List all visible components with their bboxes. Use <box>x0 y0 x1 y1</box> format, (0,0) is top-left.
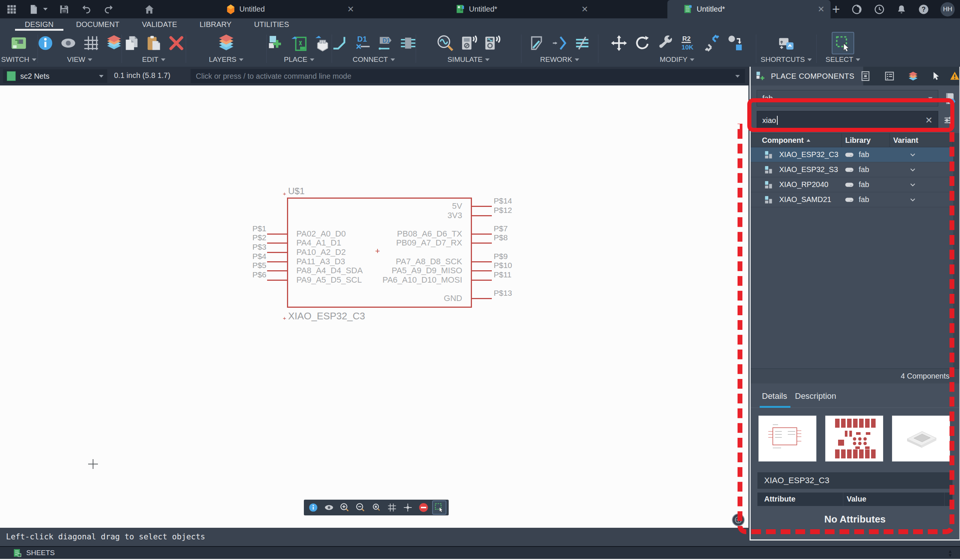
pin-wire[interactable] <box>472 261 492 262</box>
net-button[interactable] <box>332 35 349 51</box>
close-tab-icon[interactable]: ✕ <box>347 5 354 14</box>
rework-route-button[interactable] <box>552 35 568 51</box>
pin-wire[interactable] <box>472 243 492 244</box>
zoom-in-button[interactable] <box>338 501 351 514</box>
net-class-dropdown[interactable]: sc2 Nets <box>3 69 107 83</box>
menu-tab-library[interactable]: LIBRARY <box>188 18 243 31</box>
variant-dropdown-icon[interactable] <box>908 151 917 159</box>
notifications-bell-icon[interactable] <box>896 4 907 15</box>
variant-dropdown-icon[interactable] <box>908 196 917 204</box>
place-component-button[interactable] <box>267 35 285 52</box>
multimeter-button[interactable] <box>460 35 477 52</box>
shortcuts-button[interactable] <box>777 35 795 52</box>
tab-place-components[interactable]: PLACE COMPONENTS <box>751 67 863 85</box>
command-history-caret-icon[interactable] <box>735 75 740 78</box>
zoom-out-button[interactable] <box>354 501 367 514</box>
group-label-layers[interactable]: LAYERS <box>186 56 266 67</box>
component-row[interactable]: XIAO_ESP32_S3fab <box>751 162 959 177</box>
thumbnail-schematic-symbol[interactable] <box>758 415 817 462</box>
warning-icon[interactable] <box>950 71 960 81</box>
help-icon[interactable]: ? <box>918 4 929 15</box>
replace-button[interactable] <box>726 35 744 52</box>
net-label-button[interactable]: D1 <box>377 35 394 51</box>
menu-tab-validate[interactable]: VALIDATE <box>131 18 188 31</box>
thumbnail-3d-model[interactable] <box>892 415 950 462</box>
group-label-connect[interactable]: CONNECT <box>332 56 416 67</box>
document-tab-2[interactable]: Untitled* ✕ <box>440 0 594 18</box>
group-label-view[interactable]: VIEW <box>38 56 122 67</box>
select-window-button[interactable] <box>433 501 446 514</box>
menu-tab-design[interactable]: DESIGN <box>13 18 65 31</box>
menu-tab-document[interactable]: DOCUMENT <box>65 18 131 31</box>
pin-wire[interactable] <box>472 280 492 281</box>
grid-settings-button[interactable] <box>83 35 99 51</box>
app-grid-icon[interactable] <box>6 4 17 15</box>
redo-button[interactable] <box>103 4 114 14</box>
pin-wire[interactable] <box>472 215 492 216</box>
stop-command-button[interactable] <box>417 501 430 514</box>
column-library[interactable]: Library <box>845 136 871 145</box>
schematic-canvas[interactable]: U$1 + + P$1PA02_A0_D0P$2PA4_A1_D1P$3PA10… <box>0 85 749 528</box>
snap-crosshair-button[interactable] <box>402 501 414 514</box>
variant-dropdown-icon[interactable] <box>908 181 917 189</box>
component-search-input[interactable]: xiao ✕ <box>757 111 938 130</box>
component-row[interactable]: XIAO_SAMD21fab <box>751 192 959 207</box>
user-avatar[interactable]: HH <box>941 2 955 16</box>
copy-button[interactable] <box>123 35 139 51</box>
new-tab-plus-button[interactable]: + <box>832 4 840 15</box>
group-label-rework[interactable]: REWORK <box>522 56 598 67</box>
component-row[interactable]: XIAO_ESP32_C3fab <box>751 147 959 162</box>
navigation-compass[interactable] <box>732 514 745 526</box>
refdes-label[interactable]: U$1 <box>288 186 305 196</box>
rework-outline-button[interactable] <box>529 35 546 51</box>
library-filter-dropdown[interactable]: fab <box>757 90 938 107</box>
component-table-header[interactable]: Component Library Variant <box>751 133 959 147</box>
ic-pins-button[interactable] <box>400 35 416 51</box>
library-manager-icon[interactable] <box>944 92 956 105</box>
scrollbar-track[interactable] <box>953 133 959 369</box>
document-tab-3-active[interactable]: Untitled* ✕ <box>667 0 830 18</box>
pin-wire[interactable] <box>267 252 287 253</box>
layers-icon[interactable] <box>908 71 918 81</box>
group-label-shortcuts[interactable]: SHORTCUTS <box>756 56 816 67</box>
select-tool-button[interactable] <box>832 33 853 54</box>
pin-wire[interactable] <box>472 206 492 207</box>
group-label-switch[interactable]: SWITCH <box>0 56 37 67</box>
grid-toggle-button[interactable] <box>386 501 398 514</box>
tab-description[interactable]: Description <box>795 391 836 401</box>
move-button[interactable] <box>610 35 628 52</box>
info-button[interactable] <box>37 35 54 51</box>
column-component[interactable]: Component <box>762 136 803 144</box>
multimeter-signal-button[interactable] <box>483 35 501 52</box>
switch-view-button[interactable] <box>10 35 27 52</box>
pin-wire[interactable] <box>472 298 492 299</box>
undo-button[interactable] <box>81 4 92 14</box>
layers-button[interactable] <box>217 35 235 52</box>
info-button[interactable] <box>307 501 320 514</box>
group-label-edit[interactable]: EDIT <box>122 56 186 67</box>
close-tab-icon[interactable]: ✕ <box>581 5 588 14</box>
home-button[interactable] <box>144 4 155 15</box>
group-label-select[interactable]: SELECT <box>817 56 869 67</box>
pin-wire[interactable] <box>267 261 287 262</box>
zoom-window-button[interactable] <box>370 501 382 514</box>
command-line-input[interactable]: Click or press / to activate command lin… <box>190 69 745 83</box>
place-footprint-button[interactable] <box>314 35 331 52</box>
variant-dropdown-icon[interactable] <box>908 166 917 174</box>
component-value-label[interactable]: XIAO_ESP32_C3 <box>288 310 365 322</box>
rotate-button[interactable] <box>634 35 651 52</box>
panel-collapse-arrows[interactable]: ▲▼ <box>948 549 952 557</box>
cursor-arrow-icon[interactable] <box>931 71 942 81</box>
document-tab-1[interactable]: Untitled ✕ <box>210 0 360 18</box>
rework-ripup-button[interactable] <box>574 35 590 51</box>
wrench-change-button[interactable] <box>657 35 674 52</box>
pin-wire[interactable] <box>472 233 492 235</box>
group-label-simulate[interactable]: SIMULATE <box>416 56 521 67</box>
group-label-modify[interactable]: MODIFY <box>598 56 756 67</box>
clear-search-icon[interactable]: ✕ <box>925 115 933 126</box>
pin-wire[interactable] <box>267 280 287 281</box>
history-clock-icon[interactable] <box>874 4 885 15</box>
place-from-schematic-button[interactable] <box>291 35 308 52</box>
tab-details[interactable]: Details <box>762 391 787 401</box>
search-filter-icon[interactable] <box>943 115 955 126</box>
